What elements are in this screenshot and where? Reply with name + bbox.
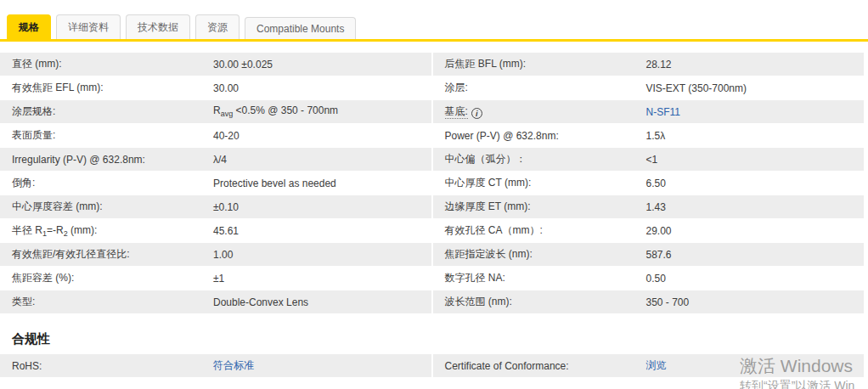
tab-technical-data[interactable]: 技术数据: [126, 14, 190, 39]
spec-label: 波长范围 (nm):: [433, 295, 646, 309]
spec-row-ct-tolerance: 中心厚度容差 (mm): ±0.10: [0, 195, 431, 218]
tab-specs[interactable]: 规格: [7, 14, 51, 39]
info-icon[interactable]: i: [471, 108, 482, 119]
spec-value: 28.12: [646, 59, 865, 70]
spec-label: 有效焦距 EFL (mm):: [0, 81, 213, 95]
spec-row-wavelength-range: 波长范围 (nm): 350 - 700: [433, 290, 865, 313]
substrate-link[interactable]: N-SF11: [646, 106, 680, 118]
spec-value: Ravg <0.5% @ 350 - 700nm: [213, 104, 431, 118]
substrate-label: 基底:: [445, 105, 468, 119]
spec-row-type: 类型: Double-Convex Lens: [0, 290, 431, 313]
spec-value: 1.43: [646, 201, 865, 213]
spec-label: 边缘厚度 ET (mm):: [433, 200, 646, 214]
spec-value: 30.00 ±0.025: [213, 59, 431, 70]
compliance-row-rohs: RoHS: 符合标准: [0, 354, 431, 377]
spec-value: 30.00: [213, 82, 431, 94]
value-text: R: [213, 104, 221, 116]
label-text: 半径 R: [12, 224, 42, 236]
spec-label: 焦距指定波长 (nm):: [433, 247, 646, 262]
rohs-compliant-link[interactable]: 符合标准: [213, 359, 254, 371]
spec-row-coating: 涂层: VIS-EXT (350-700nm): [433, 76, 865, 99]
spec-row-f-number: 有效焦距/有效孔径直径比: 1.00: [0, 243, 431, 266]
spec-row-coating-spec: 涂层规格: Ravg <0.5% @ 350 - 700nm: [0, 100, 431, 123]
spec-value: 350 - 700: [646, 296, 865, 308]
spec-row-et: 边缘厚度 ET (mm): 1.43: [433, 195, 865, 218]
spec-row-power: Power (P-V) @ 632.8nm: 1.5λ: [433, 124, 865, 147]
spec-value: λ/4: [213, 154, 431, 166]
spec-label: Irregularity (P-V) @ 632.8nm:: [0, 154, 213, 166]
spec-value: 1.5λ: [646, 130, 865, 142]
spec-value: Double-Convex Lens: [213, 296, 431, 308]
value-subscript: avg: [221, 110, 234, 119]
spec-table-left: 直径 (mm): 30.00 ±0.025 有效焦距 EFL (mm): 30.…: [0, 53, 431, 314]
spec-label: 中心厚度容差 (mm):: [0, 200, 213, 214]
spec-label: 中心偏（弧分）：: [433, 152, 646, 166]
compliance-left: RoHS: 符合标准: [0, 354, 431, 378]
compliance-right: Certificate of Conformance: 浏览: [433, 354, 865, 378]
spec-row-bevel: 倒角: Protective bevel as needed: [0, 172, 431, 194]
value-text: <0.5% @ 350 - 700nm: [233, 104, 338, 116]
spec-value: 45.61: [213, 225, 431, 237]
spec-value: VIS-EXT (350-700nm): [646, 82, 865, 94]
spec-value: <1: [646, 154, 865, 166]
spec-value: 6.50: [646, 178, 865, 189]
spec-table: 直径 (mm): 30.00 ±0.025 有效焦距 EFL (mm): 30.…: [0, 53, 864, 314]
spec-row-ct: 中心厚度 CT (mm): 6.50: [433, 172, 865, 194]
spec-row-ca: 有效孔径 CA（mm）: 29.00: [433, 219, 865, 242]
rohs-label: RoHS:: [0, 360, 213, 372]
spec-label: 数字孔径 NA:: [433, 271, 646, 285]
spec-label: 直径 (mm):: [0, 57, 213, 71]
spec-label: 后焦距 BFL (mm):: [433, 57, 646, 71]
spec-row-surface-quality: 表面质量: 40-20: [0, 124, 431, 147]
spec-label: 类型:: [0, 295, 213, 309]
spec-label: 倒角:: [0, 176, 213, 190]
label-text: (mm):: [68, 224, 98, 236]
rohs-value: 符合标准: [213, 358, 431, 373]
spec-value: Protective bevel as needed: [213, 178, 431, 189]
tab-compatible-mounts[interactable]: Compatible Mounts: [245, 17, 356, 39]
watermark-line2: 转到“设置”以激活 Win: [740, 379, 854, 389]
label-text: =-R: [47, 224, 64, 236]
spec-value: ±1: [213, 273, 431, 285]
spec-label: 中心厚度 CT (mm):: [433, 176, 646, 190]
spec-row-na: 数字孔径 NA: 0.50: [433, 267, 865, 290]
compliance-table: RoHS: 符合标准 Certificate of Conformance: 浏…: [0, 354, 864, 378]
spec-value: 587.6: [646, 249, 865, 261]
spec-label: 有效孔径 CA（mm）:: [433, 223, 646, 238]
spec-value: 0.50: [646, 273, 865, 285]
spec-label: 涂层:: [433, 81, 646, 95]
spec-value: 1.00: [213, 249, 431, 261]
tab-details[interactable]: 详细资料: [56, 14, 121, 39]
spec-table-right: 后焦距 BFL (mm): 28.12 涂层: VIS-EXT (350-700…: [433, 53, 865, 314]
spec-value: 40-20: [213, 130, 431, 142]
spec-value: 29.00: [646, 225, 865, 237]
spec-label: 有效焦距/有效孔径直径比:: [0, 247, 213, 262]
spec-row-centering: 中心偏（弧分）： <1: [433, 148, 865, 171]
coc-browse-link[interactable]: 浏览: [646, 359, 667, 371]
spec-label: 基底:i: [433, 104, 646, 119]
spec-row-diameter: 直径 (mm): 30.00 ±0.025: [0, 53, 431, 76]
spec-label: 焦距容差 (%):: [0, 271, 213, 285]
spec-value: N-SF11: [646, 106, 865, 118]
tab-resources[interactable]: 资源: [195, 14, 240, 39]
spec-row-irregularity: Irregularity (P-V) @ 632.8nm: λ/4: [0, 148, 431, 171]
coc-label: Certificate of Conformance:: [433, 360, 646, 372]
spec-label: Power (P-V) @ 632.8nm:: [433, 130, 646, 142]
spec-row-substrate: 基底:i N-SF11: [433, 100, 865, 123]
spec-row-bfl: 后焦距 BFL (mm): 28.12: [433, 53, 865, 76]
spec-label: 半径 R1=-R2 (mm):: [0, 223, 213, 238]
compliance-row-coc: Certificate of Conformance: 浏览: [433, 354, 865, 377]
spec-label: 表面质量:: [0, 128, 213, 143]
spec-row-fl-tolerance: 焦距容差 (%): ±1: [0, 267, 431, 290]
spec-row-radius: 半径 R1=-R2 (mm): 45.61: [0, 219, 431, 242]
coc-value: 浏览: [646, 358, 865, 373]
spec-row-efl: 有效焦距 EFL (mm): 30.00: [0, 76, 431, 99]
spec-value: ±0.10: [213, 201, 431, 213]
tab-bar: 规格 详细资料 技术数据 资源 Compatible Mounts: [0, 0, 868, 42]
spec-label: 涂层规格:: [0, 104, 213, 119]
compliance-heading: 合规性: [12, 331, 868, 347]
spec-row-design-wavelength: 焦距指定波长 (nm): 587.6: [433, 243, 865, 266]
